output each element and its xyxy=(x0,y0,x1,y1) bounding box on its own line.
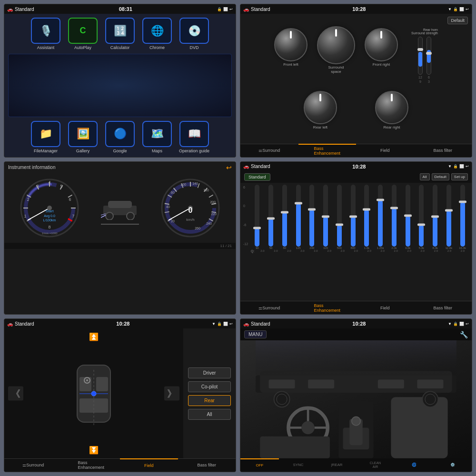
seat-left-icon[interactable]: 《 xyxy=(8,386,23,400)
eq-band-16.0k[interactable] xyxy=(456,185,469,247)
eq-band-30[interactable] xyxy=(251,185,264,247)
panel-instrument: Instrument information ↩ xyxy=(4,161,236,315)
eq-band-320[interactable] xyxy=(319,185,332,247)
app-autoplay[interactable]: C AutoPlay xyxy=(66,18,100,50)
knob-front-left[interactable]: Front left xyxy=(274,28,307,67)
default-button[interactable]: Default xyxy=(447,17,468,24)
knob-surround[interactable]: Surroundspace xyxy=(317,26,355,74)
y-label-6: 6 xyxy=(243,186,251,189)
svg-point-73 xyxy=(301,421,315,435)
sync-tab[interactable]: SYNC xyxy=(279,458,317,472)
off-tab[interactable]: OFF xyxy=(240,458,279,472)
knob-front-right[interactable]: Front right xyxy=(365,28,398,67)
copilot-btn[interactable]: Co-pilot xyxy=(188,381,231,392)
app-chrome[interactable]: 🌐 Chrome xyxy=(140,18,174,50)
svg-text:Avg 0.0: Avg 0.0 xyxy=(44,214,55,218)
tab-bassfilter-eq[interactable]: Bass filter xyxy=(414,301,472,314)
time-p4: 10:28 xyxy=(352,164,366,169)
tab-bassfilter-p2[interactable]: Bass filter xyxy=(414,144,472,157)
eq-band-1.0k[interactable] xyxy=(360,185,373,247)
eq-band-200[interactable] xyxy=(306,185,318,247)
status-bar-p4: 🚗 Standard 10:28 ▼ 🔒 ⬜ ↩ xyxy=(240,162,472,171)
car-icon-p4: 🚗 xyxy=(243,164,249,169)
eq-band-12.0k[interactable] xyxy=(443,185,456,247)
eq-band-500[interactable] xyxy=(333,185,346,247)
panel-field: 🚗 Standard 10:28 ▼ 🔒 ⬜ ↩ ⏫ xyxy=(4,318,236,472)
time-p5: 10:28 xyxy=(116,321,129,327)
tab-bass-p2[interactable]: BassEnhancement xyxy=(298,144,357,157)
app-maps[interactable]: 🗺️ Maps xyxy=(140,121,174,153)
surround-knob[interactable] xyxy=(317,26,355,64)
driver-btn[interactable]: Driver xyxy=(188,367,231,378)
panel-surround: 🚗 Standard 10:28 ▼ 🔒 ⬜ ↩ Default Fr xyxy=(240,4,472,158)
app-gallery[interactable]: 🖼️ Gallery xyxy=(66,121,100,153)
eq-band-2.0k[interactable] xyxy=(388,185,401,247)
time-p1: 08:31 xyxy=(119,6,132,12)
eq-band-125[interactable] xyxy=(292,185,305,247)
svg-text:7: 7 xyxy=(72,214,74,218)
svg-text:4: 4 xyxy=(48,180,50,185)
lock-icon-p1: 🔒 xyxy=(217,7,222,11)
svg-text:5: 5 xyxy=(60,184,62,188)
eq-band-800[interactable] xyxy=(347,185,359,247)
svg-line-30 xyxy=(101,215,106,218)
preset-standard-btn[interactable]: Standard xyxy=(244,173,270,181)
rear-btn[interactable]: Rear xyxy=(188,395,231,406)
filemanager-icon: 📁 xyxy=(31,121,60,147)
eq-band-8.0k[interactable] xyxy=(429,185,442,247)
svg-rect-84 xyxy=(417,380,443,388)
fan-tab[interactable]: 🌀 xyxy=(395,458,433,472)
app-calculator[interactable]: 🔢 Calculator xyxy=(103,18,137,50)
all-seats-btn[interactable]: All xyxy=(188,409,231,420)
front-left-knob[interactable] xyxy=(274,28,307,61)
eq-main: 6 0 -6 -12 3050801252003205008001.0k1.25… xyxy=(240,183,472,301)
seat-up-icon[interactable]: ⏫ xyxy=(89,333,99,341)
tab-field-eq[interactable]: Field xyxy=(356,301,414,314)
eq-band-1.25k[interactable] xyxy=(374,185,387,247)
tab-surround-p5[interactable]: ⚌ Surround xyxy=(4,458,62,472)
default-btn-p4[interactable]: Default xyxy=(432,173,449,180)
app-assistant[interactable]: 🎙️ Assistant xyxy=(29,18,63,50)
knob-rear-right[interactable]: Rear right xyxy=(375,91,408,129)
seat-right-icon[interactable]: 》 xyxy=(164,386,179,400)
app-google[interactable]: 🔵 Google xyxy=(103,121,137,153)
svg-rect-87 xyxy=(256,340,456,375)
back-icon-p1: ↩ xyxy=(229,7,233,11)
wifi-icon-p4: ▼ xyxy=(448,164,452,169)
knob-rear-left[interactable]: Rear left xyxy=(304,91,337,129)
google-icon: 🔵 xyxy=(105,121,135,147)
eq-band-5.0k[interactable] xyxy=(415,185,428,247)
tab-field-p2[interactable]: Field xyxy=(356,144,414,157)
ac-settings-tab[interactable]: ⚙️ xyxy=(433,458,472,472)
svg-text:200: 200 xyxy=(210,200,216,204)
rear-left-knob[interactable] xyxy=(304,91,337,124)
eq-band-50[interactable] xyxy=(265,185,278,247)
tab-bass-eq[interactable]: BassEnhancement xyxy=(298,301,357,314)
seat-down-icon[interactable]: ⏬ xyxy=(89,446,99,454)
setup-btn[interactable]: Set up xyxy=(451,173,468,180)
lock-icon-p4: 🔒 xyxy=(453,164,458,169)
app-opguide[interactable]: 📖 Operation guide xyxy=(177,121,211,153)
eq-band-3.0k[interactable] xyxy=(401,185,414,247)
tab-surround-p2[interactable]: ⚌ Surround xyxy=(240,144,298,157)
tab-bassfilter-p5[interactable]: Bass filter xyxy=(178,458,236,472)
tab-field-p5[interactable]: Field xyxy=(120,458,178,472)
eq-band-80[interactable] xyxy=(278,185,291,247)
clean-air-tab[interactable]: CLEANAIR xyxy=(356,458,395,472)
settings-icon-p6[interactable]: 🔧 xyxy=(460,331,468,338)
assistant-icon: 🎙️ xyxy=(31,18,60,44)
svg-text:260: 260 xyxy=(195,227,200,230)
front-right-knob[interactable] xyxy=(365,28,398,61)
app-filemanager[interactable]: 📁 FileManager xyxy=(29,121,63,153)
rear-ac-tab[interactable]: |REAR xyxy=(317,458,356,472)
dvd-icon: 💿 xyxy=(179,18,209,44)
back-icon-p3[interactable]: ↩ xyxy=(226,164,232,171)
all-btn[interactable]: All xyxy=(420,173,430,180)
rear-right-knob[interactable] xyxy=(375,91,408,124)
svg-text:km/h: km/h xyxy=(187,218,195,222)
tab-bass-p5[interactable]: BassEnhancement xyxy=(62,458,120,472)
tab-surround-eq[interactable]: ⚌ Surround xyxy=(240,301,298,314)
svg-text:40: 40 xyxy=(166,205,170,208)
lock-icon-p6: 🔒 xyxy=(453,322,458,326)
app-dvd[interactable]: 💿 DVD xyxy=(177,18,211,50)
